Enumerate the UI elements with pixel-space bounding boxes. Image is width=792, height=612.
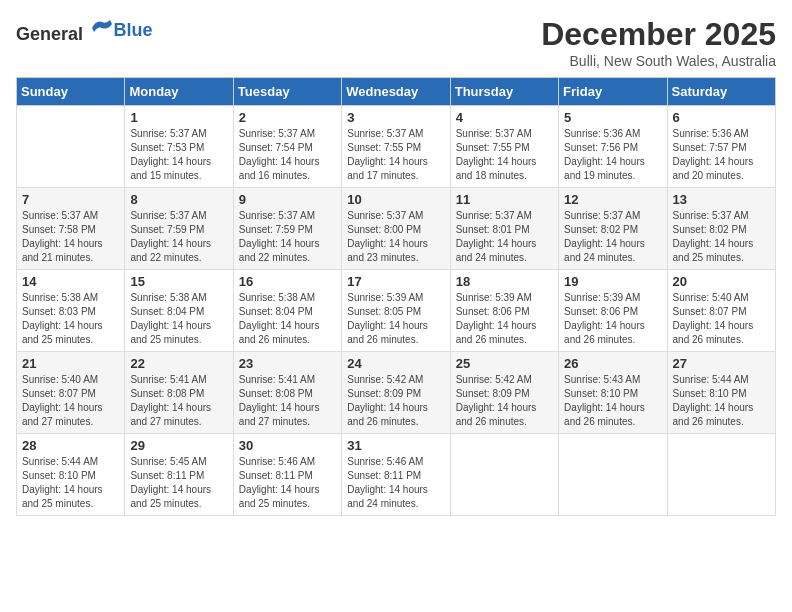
- day-number: 4: [456, 110, 553, 125]
- calendar: SundayMondayTuesdayWednesdayThursdayFrid…: [16, 77, 776, 516]
- day-number: 11: [456, 192, 553, 207]
- day-info: Sunrise: 5:40 AM Sunset: 8:07 PM Dayligh…: [22, 373, 119, 429]
- weekday-header-friday: Friday: [559, 78, 667, 106]
- calendar-cell: 2Sunrise: 5:37 AM Sunset: 7:54 PM Daylig…: [233, 106, 341, 188]
- day-info: Sunrise: 5:40 AM Sunset: 8:07 PM Dayligh…: [673, 291, 770, 347]
- calendar-cell: 16Sunrise: 5:38 AM Sunset: 8:04 PM Dayli…: [233, 270, 341, 352]
- day-info: Sunrise: 5:37 AM Sunset: 8:02 PM Dayligh…: [564, 209, 661, 265]
- calendar-cell: 6Sunrise: 5:36 AM Sunset: 7:57 PM Daylig…: [667, 106, 775, 188]
- day-info: Sunrise: 5:37 AM Sunset: 7:59 PM Dayligh…: [239, 209, 336, 265]
- day-number: 29: [130, 438, 227, 453]
- day-info: Sunrise: 5:37 AM Sunset: 7:58 PM Dayligh…: [22, 209, 119, 265]
- weekday-header-wednesday: Wednesday: [342, 78, 450, 106]
- calendar-cell: 27Sunrise: 5:44 AM Sunset: 8:10 PM Dayli…: [667, 352, 775, 434]
- day-info: Sunrise: 5:46 AM Sunset: 8:11 PM Dayligh…: [239, 455, 336, 511]
- day-number: 9: [239, 192, 336, 207]
- day-info: Sunrise: 5:37 AM Sunset: 8:02 PM Dayligh…: [673, 209, 770, 265]
- day-info: Sunrise: 5:42 AM Sunset: 8:09 PM Dayligh…: [456, 373, 553, 429]
- calendar-cell: 28Sunrise: 5:44 AM Sunset: 8:10 PM Dayli…: [17, 434, 125, 516]
- month-title: December 2025: [541, 16, 776, 53]
- day-number: 13: [673, 192, 770, 207]
- calendar-cell: [667, 434, 775, 516]
- calendar-cell: 18Sunrise: 5:39 AM Sunset: 8:06 PM Dayli…: [450, 270, 558, 352]
- day-number: 27: [673, 356, 770, 371]
- weekday-header-thursday: Thursday: [450, 78, 558, 106]
- calendar-cell: 11Sunrise: 5:37 AM Sunset: 8:01 PM Dayli…: [450, 188, 558, 270]
- calendar-cell: 10Sunrise: 5:37 AM Sunset: 8:00 PM Dayli…: [342, 188, 450, 270]
- day-info: Sunrise: 5:39 AM Sunset: 8:05 PM Dayligh…: [347, 291, 444, 347]
- calendar-cell: 21Sunrise: 5:40 AM Sunset: 8:07 PM Dayli…: [17, 352, 125, 434]
- day-number: 19: [564, 274, 661, 289]
- day-info: Sunrise: 5:38 AM Sunset: 8:04 PM Dayligh…: [239, 291, 336, 347]
- weekday-header-saturday: Saturday: [667, 78, 775, 106]
- calendar-cell: [559, 434, 667, 516]
- calendar-cell: 22Sunrise: 5:41 AM Sunset: 8:08 PM Dayli…: [125, 352, 233, 434]
- calendar-cell: 1Sunrise: 5:37 AM Sunset: 7:53 PM Daylig…: [125, 106, 233, 188]
- calendar-cell: 26Sunrise: 5:43 AM Sunset: 8:10 PM Dayli…: [559, 352, 667, 434]
- calendar-cell: 30Sunrise: 5:46 AM Sunset: 8:11 PM Dayli…: [233, 434, 341, 516]
- day-number: 1: [130, 110, 227, 125]
- day-number: 22: [130, 356, 227, 371]
- day-info: Sunrise: 5:41 AM Sunset: 8:08 PM Dayligh…: [239, 373, 336, 429]
- day-number: 20: [673, 274, 770, 289]
- day-info: Sunrise: 5:46 AM Sunset: 8:11 PM Dayligh…: [347, 455, 444, 511]
- logo-icon: [90, 16, 114, 40]
- day-info: Sunrise: 5:43 AM Sunset: 8:10 PM Dayligh…: [564, 373, 661, 429]
- calendar-cell: [450, 434, 558, 516]
- day-info: Sunrise: 5:38 AM Sunset: 8:03 PM Dayligh…: [22, 291, 119, 347]
- day-info: Sunrise: 5:37 AM Sunset: 8:00 PM Dayligh…: [347, 209, 444, 265]
- day-info: Sunrise: 5:42 AM Sunset: 8:09 PM Dayligh…: [347, 373, 444, 429]
- calendar-cell: 24Sunrise: 5:42 AM Sunset: 8:09 PM Dayli…: [342, 352, 450, 434]
- calendar-cell: 13Sunrise: 5:37 AM Sunset: 8:02 PM Dayli…: [667, 188, 775, 270]
- calendar-cell: [17, 106, 125, 188]
- day-info: Sunrise: 5:38 AM Sunset: 8:04 PM Dayligh…: [130, 291, 227, 347]
- calendar-cell: 29Sunrise: 5:45 AM Sunset: 8:11 PM Dayli…: [125, 434, 233, 516]
- calendar-cell: 9Sunrise: 5:37 AM Sunset: 7:59 PM Daylig…: [233, 188, 341, 270]
- day-number: 25: [456, 356, 553, 371]
- weekday-header-monday: Monday: [125, 78, 233, 106]
- calendar-cell: 14Sunrise: 5:38 AM Sunset: 8:03 PM Dayli…: [17, 270, 125, 352]
- day-number: 17: [347, 274, 444, 289]
- day-info: Sunrise: 5:45 AM Sunset: 8:11 PM Dayligh…: [130, 455, 227, 511]
- day-info: Sunrise: 5:37 AM Sunset: 7:59 PM Dayligh…: [130, 209, 227, 265]
- calendar-cell: 4Sunrise: 5:37 AM Sunset: 7:55 PM Daylig…: [450, 106, 558, 188]
- calendar-cell: 15Sunrise: 5:38 AM Sunset: 8:04 PM Dayli…: [125, 270, 233, 352]
- day-number: 10: [347, 192, 444, 207]
- day-info: Sunrise: 5:41 AM Sunset: 8:08 PM Dayligh…: [130, 373, 227, 429]
- logo: General Blue: [16, 16, 153, 45]
- day-info: Sunrise: 5:44 AM Sunset: 8:10 PM Dayligh…: [22, 455, 119, 511]
- day-number: 18: [456, 274, 553, 289]
- day-info: Sunrise: 5:39 AM Sunset: 8:06 PM Dayligh…: [456, 291, 553, 347]
- day-info: Sunrise: 5:37 AM Sunset: 7:55 PM Dayligh…: [456, 127, 553, 183]
- calendar-cell: 31Sunrise: 5:46 AM Sunset: 8:11 PM Dayli…: [342, 434, 450, 516]
- title-area: December 2025 Bulli, New South Wales, Au…: [541, 16, 776, 69]
- location-title: Bulli, New South Wales, Australia: [541, 53, 776, 69]
- day-number: 7: [22, 192, 119, 207]
- logo-blue: Blue: [114, 20, 153, 41]
- calendar-cell: 5Sunrise: 5:36 AM Sunset: 7:56 PM Daylig…: [559, 106, 667, 188]
- day-number: 5: [564, 110, 661, 125]
- day-number: 14: [22, 274, 119, 289]
- calendar-cell: 23Sunrise: 5:41 AM Sunset: 8:08 PM Dayli…: [233, 352, 341, 434]
- calendar-cell: 8Sunrise: 5:37 AM Sunset: 7:59 PM Daylig…: [125, 188, 233, 270]
- logo-general: General: [16, 24, 83, 44]
- day-info: Sunrise: 5:37 AM Sunset: 7:53 PM Dayligh…: [130, 127, 227, 183]
- day-info: Sunrise: 5:37 AM Sunset: 7:54 PM Dayligh…: [239, 127, 336, 183]
- day-number: 2: [239, 110, 336, 125]
- day-number: 30: [239, 438, 336, 453]
- day-info: Sunrise: 5:36 AM Sunset: 7:56 PM Dayligh…: [564, 127, 661, 183]
- day-number: 24: [347, 356, 444, 371]
- day-number: 8: [130, 192, 227, 207]
- day-number: 31: [347, 438, 444, 453]
- header: General Blue December 2025 Bulli, New So…: [16, 16, 776, 69]
- day-number: 26: [564, 356, 661, 371]
- calendar-cell: 25Sunrise: 5:42 AM Sunset: 8:09 PM Dayli…: [450, 352, 558, 434]
- day-number: 21: [22, 356, 119, 371]
- calendar-cell: 3Sunrise: 5:37 AM Sunset: 7:55 PM Daylig…: [342, 106, 450, 188]
- day-number: 6: [673, 110, 770, 125]
- calendar-cell: 19Sunrise: 5:39 AM Sunset: 8:06 PM Dayli…: [559, 270, 667, 352]
- weekday-header-sunday: Sunday: [17, 78, 125, 106]
- calendar-cell: 17Sunrise: 5:39 AM Sunset: 8:05 PM Dayli…: [342, 270, 450, 352]
- calendar-cell: 20Sunrise: 5:40 AM Sunset: 8:07 PM Dayli…: [667, 270, 775, 352]
- day-info: Sunrise: 5:44 AM Sunset: 8:10 PM Dayligh…: [673, 373, 770, 429]
